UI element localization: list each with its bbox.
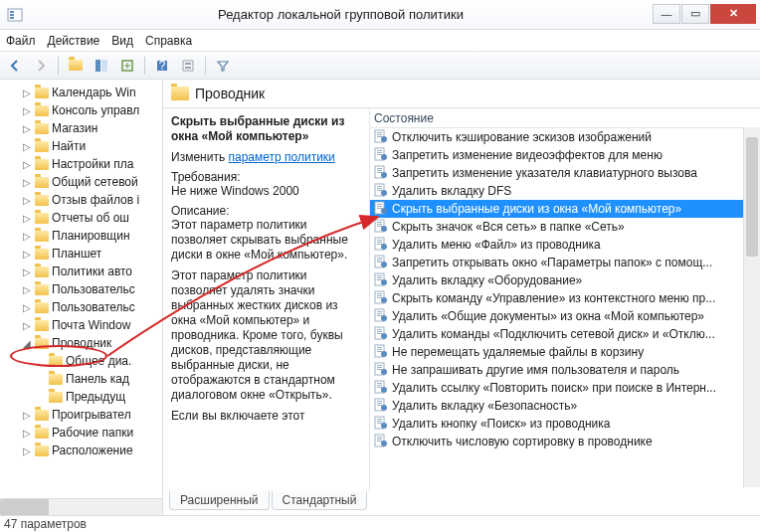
back-button[interactable] <box>4 55 26 77</box>
tree-item-label: Политики авто <box>52 265 132 278</box>
svg-point-76 <box>381 351 387 357</box>
tree-item[interactable]: ▷Пользовательс <box>0 298 162 316</box>
properties-button[interactable]: ? <box>151 55 173 77</box>
list-item[interactable]: Удалить ссылку «Повторить поиск» при пои… <box>370 379 760 397</box>
svg-rect-65 <box>377 315 382 316</box>
svg-rect-50 <box>377 262 382 263</box>
svg-point-101 <box>381 441 387 446</box>
expand-icon[interactable]: ▷ <box>22 231 32 242</box>
svg-rect-10 <box>185 63 191 65</box>
list-item[interactable]: Удалить вкладку «Безопасность» <box>370 397 760 415</box>
folder-icon <box>35 445 49 456</box>
tree-item[interactable]: ▷Рабочие папки <box>0 424 162 442</box>
expand-icon[interactable]: ▷ <box>22 249 32 260</box>
menu-view[interactable]: Вид <box>111 34 133 48</box>
horizontal-scrollbar[interactable] <box>0 498 162 515</box>
tree-item-label: Проводник <box>52 336 111 350</box>
list-item[interactable]: Удалить вкладку «Оборудование» <box>370 271 760 289</box>
expand-icon[interactable]: ▷ <box>22 266 32 277</box>
close-button[interactable]: ✕ <box>710 4 756 24</box>
maximize-button[interactable]: ▭ <box>681 4 709 24</box>
tab-extended[interactable]: Расширенный <box>169 491 270 510</box>
list-item[interactable]: Не запрашивать другие имя пользователя и… <box>370 361 760 379</box>
list-item[interactable]: Запретить изменение видеоэффектов для ме… <box>370 146 760 164</box>
list-item[interactable]: Скрыть значок «Вся сеть» в папке «Сеть» <box>370 218 760 236</box>
tree-item[interactable]: ▷Расположение <box>0 442 162 459</box>
export-list-button[interactable] <box>116 55 138 77</box>
expand-icon[interactable]: ▷ <box>22 88 32 98</box>
tree-item[interactable]: ▷Планировщин <box>0 227 162 245</box>
svg-rect-100 <box>377 441 382 442</box>
list-item[interactable]: Удалить кнопку «Поиск» из проводника <box>370 415 760 433</box>
tree-item[interactable]: ▷Настройки пла <box>0 155 162 173</box>
svg-rect-5 <box>101 60 107 72</box>
expand-icon[interactable]: ▷ <box>22 410 32 421</box>
list-item[interactable]: Отключить числовую сортировку в проводни… <box>370 433 760 450</box>
tree-item[interactable]: ◢Проводник <box>0 334 162 352</box>
list-item[interactable]: Удалить «Общие документы» из окна «Мой к… <box>370 307 760 325</box>
list-item[interactable]: Удалить команды «Подключить сетевой диск… <box>370 325 760 343</box>
filter-button[interactable] <box>212 55 234 77</box>
collapse-icon[interactable]: ◢ <box>22 338 32 349</box>
tree-item-label: Рабочие папки <box>52 426 133 440</box>
svg-rect-20 <box>377 154 382 155</box>
tree-item[interactable]: ▷Календарь Win <box>0 84 162 101</box>
expand-icon[interactable]: ▷ <box>22 320 32 331</box>
list-item[interactable]: Удалить меню «Файл» из проводника <box>370 236 760 254</box>
expand-icon[interactable]: ▷ <box>22 195 32 206</box>
menu-file[interactable]: Файл <box>6 34 36 48</box>
expand-icon[interactable]: ▷ <box>22 445 32 456</box>
tree-item[interactable]: ▷Пользовательс <box>0 280 162 298</box>
tab-standard[interactable]: Стандартный <box>272 491 368 510</box>
expand-icon[interactable]: ▷ <box>22 105 32 116</box>
menu-help[interactable]: Справка <box>145 34 192 48</box>
list-item[interactable]: Не перемещать удаляемые файлы в корзину <box>370 343 760 361</box>
vertical-scrollbar[interactable] <box>743 127 760 487</box>
expand-icon[interactable]: ▷ <box>22 159 32 170</box>
tree-item[interactable]: ▷Почта Window <box>0 316 162 334</box>
show-tree-button[interactable] <box>91 55 112 77</box>
tree-item[interactable]: Общее диа. <box>0 352 162 370</box>
expand-icon[interactable]: ▷ <box>22 141 32 152</box>
expand-icon[interactable]: ▷ <box>22 428 32 439</box>
expand-icon[interactable]: ▷ <box>22 123 32 134</box>
svg-rect-63 <box>377 311 382 312</box>
list-item[interactable]: Скрыть команду «Управление» из контекстн… <box>370 289 760 307</box>
tree-item[interactable]: ▷Отзыв файлов і <box>0 191 162 209</box>
tree-item[interactable]: Панель кад <box>0 370 162 388</box>
policy-icon <box>374 165 388 182</box>
tree-item[interactable]: ▷Консоль управл <box>0 101 162 119</box>
tree-item[interactable]: Предыдущ <box>0 388 162 406</box>
requirements-value: Не ниже Windows 2000 <box>171 184 361 198</box>
list-item[interactable]: Удалить вкладку DFS <box>370 182 760 200</box>
list-item[interactable]: Запретить изменение указателя клавиатурн… <box>370 164 760 182</box>
svg-rect-89 <box>377 403 382 404</box>
column-header-state[interactable]: Состояние <box>370 108 760 128</box>
list-item[interactable]: Запретить открывать окно «Параметры папо… <box>370 254 760 271</box>
tree-item[interactable]: ▷Политики авто <box>0 263 162 280</box>
refresh-button[interactable] <box>177 55 199 77</box>
edit-policy-link[interactable]: параметр политики <box>228 150 334 164</box>
minimize-button[interactable]: — <box>653 4 680 24</box>
forward-button[interactable] <box>30 55 52 77</box>
tree-item[interactable]: ▷Магазин <box>0 119 162 137</box>
tree-item[interactable]: ▷Планшет <box>0 245 162 263</box>
expand-icon[interactable]: ▷ <box>22 284 32 295</box>
up-folder-button[interactable] <box>65 55 87 77</box>
list-item[interactable]: Отключить кэширование эскизов изображени… <box>370 128 760 146</box>
expand-icon[interactable]: ▷ <box>22 302 32 313</box>
svg-point-41 <box>381 226 387 232</box>
tree-item-label: Пользовательс <box>52 282 135 296</box>
tree-item[interactable]: ▷Проигрывател <box>0 406 162 424</box>
tree-item-label: Консоль управл <box>52 103 139 117</box>
tree-item[interactable]: ▷Найти <box>0 137 162 155</box>
svg-rect-95 <box>377 423 382 424</box>
tree-item[interactable]: ▷Общий сетевой <box>0 173 162 191</box>
menu-action[interactable]: Действие <box>48 34 100 48</box>
expand-icon[interactable]: ▷ <box>22 177 32 188</box>
list-item-label: Не запрашивать другие имя пользователя и… <box>392 363 679 377</box>
description-panel: Скрыть выбранные диски из окна «Мой комп… <box>163 108 370 491</box>
tree-item[interactable]: ▷Отчеты об ош <box>0 209 162 227</box>
expand-icon[interactable]: ▷ <box>22 213 32 224</box>
list-item[interactable]: Скрыть выбранные диски из окна «Мой комп… <box>370 200 760 218</box>
